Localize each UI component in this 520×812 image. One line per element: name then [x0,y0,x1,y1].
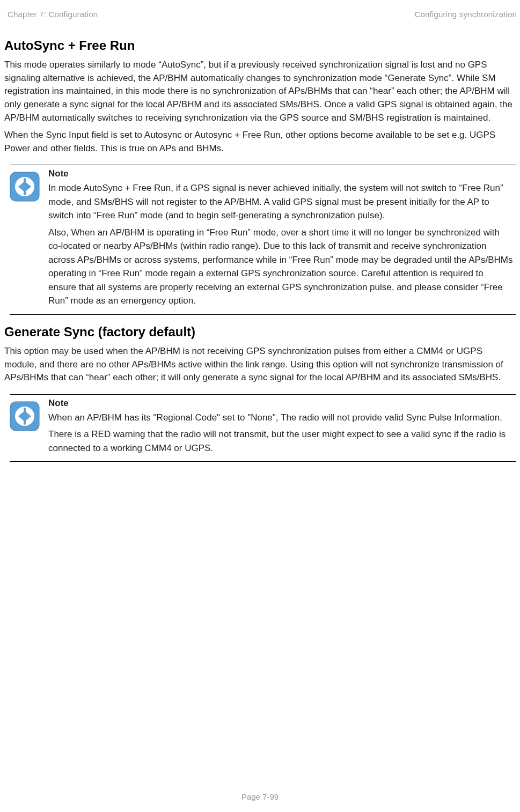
note-icon [10,398,41,459]
paragraph-autosync-2: When the Sync Input field is set to Auto… [4,129,516,155]
note-title-1: Note [48,168,514,179]
note-content-2: Note When an AP/BHM has its "Regional Co… [48,398,516,459]
header-chapter: Chapter 7: Configuration [8,10,98,19]
note2-p2: There is a RED warning that the radio wi… [48,427,514,455]
page-content: AutoSync + Free Run This mode operates s… [0,19,520,462]
heading-autosync: AutoSync + Free Run [4,38,516,53]
header-section: Configuring synchronization [414,10,517,19]
note1-p1: In mode AutoSync + Free Run, if a GPS si… [48,181,514,223]
page-footer: Page 7-99 [0,792,520,801]
note-icon [10,168,41,311]
note-content-1: Note In mode AutoSync + Free Run, if a G… [48,168,516,311]
note1-p2: Also, When an AP/BHM is operating in “Fr… [48,226,514,308]
note-box-1: Note In mode AutoSync + Free Run, if a G… [10,165,516,315]
note-title-2: Note [48,398,514,409]
page-header: Chapter 7: Configuration Configuring syn… [0,0,520,19]
heading-generate: Generate Sync (factory default) [4,324,516,339]
paragraph-generate-1: This option may be used when the AP/BHM … [4,345,516,385]
note-box-2: Note When an AP/BHM has its "Regional Co… [10,394,516,462]
note2-p1: When an AP/BHM has its "Regional Code" s… [48,411,514,425]
paragraph-autosync-1: This mode operates similarly to mode “Au… [4,58,516,124]
